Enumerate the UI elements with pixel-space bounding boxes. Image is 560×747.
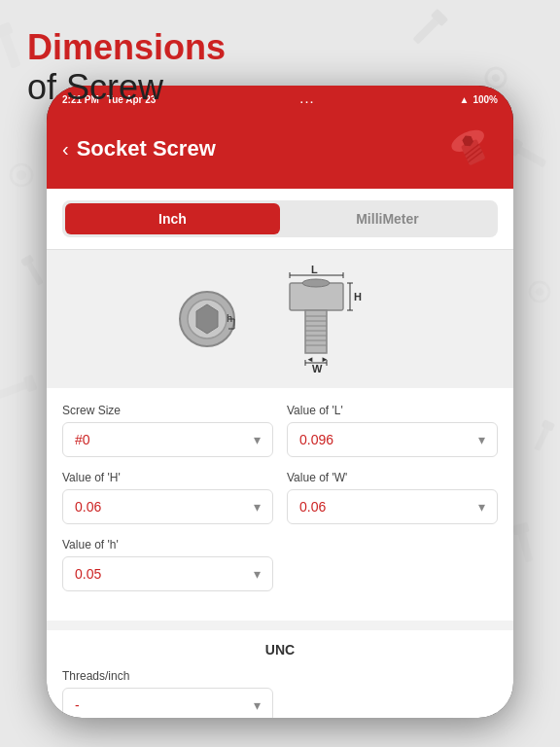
header-left: ‹ Socket Screw [62, 136, 216, 161]
form-row-1: Screw Size #0 ▾ Value of 'L' 0.096 ▾ [62, 404, 498, 457]
battery-icon: 100% [472, 94, 498, 105]
screw-diagram: h [173, 266, 387, 373]
screw-image [445, 123, 498, 175]
status-dots: ... [300, 93, 315, 105]
inch-toggle[interactable]: Inch [65, 203, 280, 234]
form-row-3: Value of 'h' 0.05 ▾ [62, 538, 498, 591]
value-W-label: Value of 'W' [287, 471, 498, 484]
svg-text:◄: ◄ [306, 355, 314, 364]
app-title-area: Dimensions of Screw [27, 27, 226, 108]
svg-point-44 [302, 279, 330, 287]
screw-size-value: #0 [75, 432, 90, 447]
threads-per-inch-field: Threads/inch - ▾ [62, 669, 273, 718]
value-H-field: Value of 'H' 0.06 ▾ [62, 471, 273, 524]
form-row-2: Value of 'H' 0.06 ▾ Value of 'W' 0.06 ▾ [62, 471, 498, 524]
device-frame: 2:21 PM Tue Apr 23 ... ▲ 100% ‹ Socket S… [47, 86, 513, 718]
app-title-bold: Dimensions [27, 27, 226, 67]
unc-section: UNC Threads/inch - ▾ [47, 630, 513, 718]
threads-per-inch-label: Threads/inch [62, 669, 273, 683]
unc-title: UNC [62, 642, 498, 658]
unc-form-row: Threads/inch - ▾ [62, 669, 498, 718]
wifi-icon: ▲ [460, 94, 470, 105]
value-L-field: Value of 'L' 0.096 ▾ [287, 404, 498, 457]
svg-rect-19 [512, 522, 530, 536]
screen-content: Inch MilliMeter h [47, 189, 513, 718]
status-icons: ▲ 100% [460, 94, 498, 105]
diagram-area: h [47, 250, 513, 388]
form-section: Screw Size #0 ▾ Value of 'L' 0.096 ▾ [47, 388, 513, 621]
value-h-value: 0.05 [75, 566, 101, 582]
svg-text:L: L [311, 266, 318, 275]
svg-rect-13 [23, 374, 38, 392]
toggle-container: Inch MilliMeter [47, 189, 513, 250]
value-W-select[interactable]: 0.06 ▾ [287, 489, 498, 524]
app-header: ‹ Socket Screw [47, 113, 513, 189]
page-title: Socket Screw [77, 136, 216, 161]
value-H-select[interactable]: 0.06 ▾ [62, 489, 273, 524]
svg-text:h: h [227, 312, 232, 324]
value-H-label: Value of 'H' [62, 471, 273, 484]
value-h-label: Value of 'h' [62, 538, 273, 551]
value-W-value: 0.06 [299, 499, 326, 515]
value-L-value: 0.096 [299, 432, 333, 447]
svg-text:►: ► [321, 355, 329, 364]
svg-text:H: H [354, 291, 362, 302]
svg-point-15 [534, 286, 544, 297]
screw-size-label: Screw Size [62, 404, 273, 417]
svg-rect-45 [305, 310, 327, 353]
screw-side-view: L H W ◄ ► [261, 266, 387, 373]
threads-per-inch-value: - [75, 697, 80, 713]
value-h-select[interactable]: 0.05 ▾ [62, 556, 273, 591]
threads-per-inch-arrow: ▾ [254, 697, 261, 713]
svg-text:W: W [312, 363, 323, 373]
value-h-field: Value of 'h' 0.05 ▾ [62, 538, 273, 591]
millimeter-toggle[interactable]: MilliMeter [280, 203, 495, 234]
value-H-arrow: ▾ [254, 499, 261, 515]
value-H-value: 0.06 [75, 499, 101, 515]
app-title-normal: of Screw [27, 67, 226, 107]
screw-size-select[interactable]: #0 ▾ [62, 422, 273, 457]
svg-marker-38 [196, 304, 218, 334]
value-L-label: Value of 'L' [287, 404, 498, 417]
svg-point-9 [16, 169, 27, 181]
screw-head-view: h [173, 285, 241, 353]
value-h-arrow: ▾ [254, 566, 261, 582]
value-L-select[interactable]: 0.096 ▾ [287, 422, 498, 457]
value-W-field: Value of 'W' 0.06 ▾ [287, 471, 498, 524]
toggle-bar: Inch MilliMeter [62, 200, 498, 237]
value-L-arrow: ▾ [478, 432, 485, 447]
screw-size-arrow: ▾ [254, 432, 261, 447]
threads-per-inch-select[interactable]: - ▾ [62, 688, 273, 718]
svg-point-3 [491, 73, 501, 83]
back-button[interactable]: ‹ [62, 138, 69, 160]
screw-size-field: Screw Size #0 ▾ [62, 404, 273, 457]
value-W-arrow: ▾ [478, 499, 485, 515]
